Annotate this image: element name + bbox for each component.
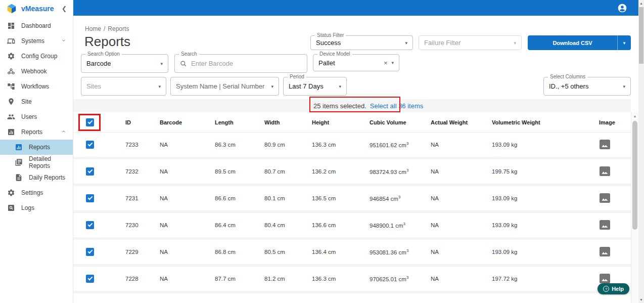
sidebar-item-dashboard[interactable]: Dashboard [0, 18, 73, 33]
cell-cubic-volume: 970625.01 cm3 [359, 275, 425, 282]
table-row: 7230 NA 86.4 cm 80.4 cm 136.6 cm 948900.… [73, 213, 631, 237]
sidebar-item-site[interactable]: Site [0, 94, 73, 109]
cell-id: 7228 [116, 276, 152, 282]
row-checkbox[interactable] [86, 275, 94, 283]
sidebar-nav: Dashboard Systems Config Group Webhook W… [0, 18, 73, 215]
period-select[interactable]: Period Last 7 Days ▾ [283, 77, 347, 96]
dashboard-icon [7, 22, 15, 30]
cell-volumetric-weight: 193.09 kg [485, 142, 586, 148]
cell-length: 86.4 cm [207, 222, 257, 228]
sidebar-collapse-icon[interactable]: ❮ [62, 6, 67, 12]
search-input[interactable]: Search Enter Barcode [174, 54, 307, 73]
cell-cubic-volume: 983724.93 cm3 [359, 168, 425, 175]
cell-id: 7230 [116, 222, 152, 228]
help-button[interactable]: ? Help [597, 283, 629, 294]
table-row-partial [73, 293, 631, 303]
cell-barcode: NA [152, 142, 207, 148]
page-scrollbar: ▲ ▼ [638, 0, 644, 303]
sidebar-item-webhook[interactable]: Webhook [0, 64, 73, 79]
system-name-select[interactable]: System Name | Serial Number ▾ [170, 77, 279, 96]
cell-id: 7231 [116, 195, 152, 201]
cell-barcode: NA [152, 276, 207, 282]
cell-cubic-volume: 953081.36 cm3 [359, 248, 425, 255]
sidebar-item-settings[interactable]: Settings [0, 185, 73, 200]
row-image-icon[interactable] [599, 273, 611, 284]
row-image-icon[interactable] [599, 139, 611, 150]
row-checkbox[interactable] [86, 248, 94, 256]
sidebar-item-logs[interactable]: Logs [0, 200, 73, 215]
sites-select[interactable]: Sites ▾ [81, 77, 166, 96]
column-header-actual-weight: Actual Weight [425, 119, 485, 125]
cell-barcode: NA [152, 249, 207, 255]
row-checkbox[interactable] [86, 167, 94, 176]
table-row: 7233 NA 86.3 cm 80.9 cm 136.3 cm 951601.… [73, 133, 631, 157]
breadcrumb: Home/Reports [85, 25, 129, 32]
search-icon [180, 60, 187, 67]
row-image-icon[interactable] [599, 220, 611, 230]
workflows-icon [7, 82, 15, 91]
select-all-checkbox[interactable] [86, 118, 94, 126]
chevron-down-icon: ▾ [160, 61, 163, 66]
cell-height: 136.4 cm [303, 249, 359, 255]
sidebar-item-users[interactable]: Users [0, 109, 73, 124]
sidebar-item-daily-reports[interactable]: Daily Reports [0, 170, 73, 185]
cell-actual-weight: NA [425, 222, 485, 228]
brand-name: vMeasure [21, 5, 54, 13]
search-option-select[interactable]: Search Option Barcode ▾ [81, 54, 168, 73]
row-checkbox[interactable] [86, 194, 94, 202]
row-image-icon[interactable] [599, 246, 611, 257]
sidebar-item-workflows[interactable]: Workflows [0, 79, 73, 94]
settings-gear-icon [7, 189, 15, 197]
selection-banner: 25 items selected. Select all 36 items [73, 99, 631, 112]
page-title: Reports [84, 34, 130, 50]
cell-height: 136.3 cm [303, 142, 359, 148]
chevron-down-icon: ▾ [514, 40, 516, 46]
column-header-cubic-volume: Cubic Volume [359, 119, 425, 125]
download-csv-menu-button[interactable]: ▾ [618, 35, 631, 50]
account-icon[interactable] [617, 3, 627, 13]
failure-filter-select[interactable]: Failure Filter ▾ [419, 35, 522, 50]
table-row: 7232 NA 89.5 cm 80.7 cm 136.2 cm 983724.… [73, 159, 631, 184]
row-image-icon[interactable] [599, 166, 611, 177]
scroll-down-icon[interactable]: ▼ [638, 298, 644, 301]
column-header-width: Width [257, 119, 303, 125]
sidebar-item-reports[interactable]: Reports [0, 124, 73, 140]
cell-volumetric-weight: 193.09 kg [485, 195, 586, 201]
clear-icon[interactable]: × [384, 59, 392, 67]
table-row: 7229 NA 86.8 cm 80.5 cm 136.4 cm 953081.… [73, 240, 631, 264]
sidebar-item-config-group[interactable]: Config Group [0, 49, 73, 64]
cell-width: 81.2 cm [257, 276, 303, 282]
cell-height: 136.5 cm [303, 195, 359, 201]
row-checkbox[interactable] [86, 221, 94, 229]
sidebar-item-systems[interactable]: Systems [0, 33, 73, 49]
scroll-up-icon[interactable]: ▲ [638, 2, 644, 5]
cell-volumetric-weight: 193.09 kg [485, 222, 586, 228]
breadcrumb-home[interactable]: Home [85, 25, 101, 32]
select-columns-select[interactable]: Select Columns ID., +5 others ▾ [543, 77, 631, 96]
sidebar-item-detailed-reports[interactable]: Detailed Reports [0, 155, 73, 170]
device-model-select[interactable]: Device Model Pallet × ▾ [313, 54, 399, 71]
column-header-barcode: Barcode [152, 119, 207, 125]
cell-volumetric-weight: 197.72 kg [485, 276, 586, 282]
logs-icon [7, 204, 15, 212]
row-image-icon[interactable] [599, 193, 611, 203]
users-icon [7, 113, 15, 121]
status-filter-select[interactable]: Status Filter Success ▾ [310, 35, 413, 50]
cell-height: 136.3 cm [303, 276, 359, 282]
daily-reports-icon [14, 174, 23, 182]
table-scrollbar-thumb[interactable] [632, 121, 637, 230]
systems-icon [7, 37, 15, 46]
reports-sub-icon [14, 143, 23, 152]
scroll-up-icon[interactable]: ▲ [631, 114, 638, 118]
row-checkbox[interactable] [86, 141, 94, 149]
cell-width: 80.9 cm [257, 142, 303, 148]
sidebar-item-reports-sub[interactable]: Reports [0, 140, 73, 155]
select-all-link[interactable]: Select all 36 items [370, 102, 424, 110]
chevron-down-icon: ▾ [623, 84, 625, 89]
table-row: 7231 NA 86.6 cm 80.1 cm 136.5 cm 946854 … [73, 186, 631, 210]
download-csv-button[interactable]: Download CSV [528, 35, 617, 50]
page-scrollbar-thumb[interactable] [639, 7, 643, 64]
cell-id: 7232 [116, 168, 152, 175]
detailed-reports-icon [14, 158, 23, 167]
cell-cubic-volume: 946854 cm3 [359, 195, 425, 202]
